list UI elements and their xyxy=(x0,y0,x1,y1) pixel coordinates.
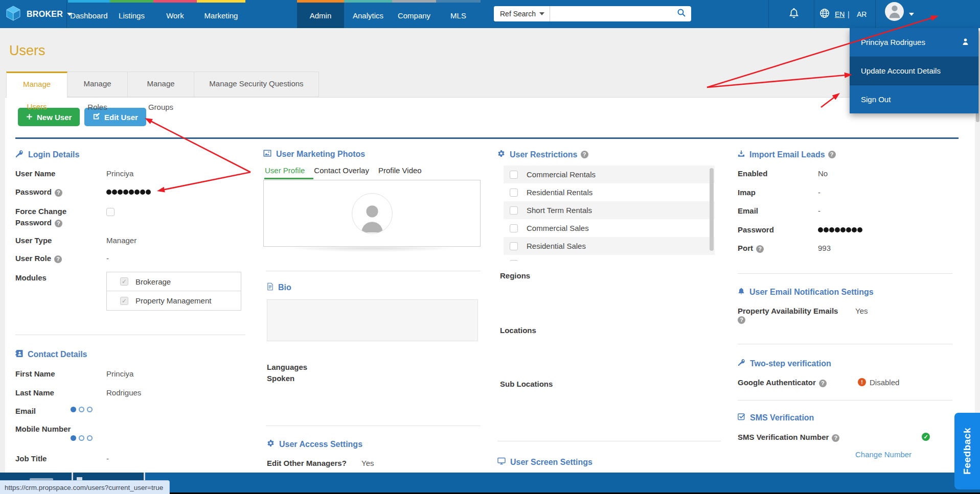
user-role-row: User Role - xyxy=(15,254,109,263)
brand-logo[interactable]: BROKER xyxy=(5,0,72,28)
checkbox[interactable] xyxy=(510,260,518,262)
toolbar-divider xyxy=(15,137,959,139)
help-icon[interactable] xyxy=(55,220,62,227)
nav-separator xyxy=(875,0,876,28)
help-icon[interactable] xyxy=(819,380,827,387)
nav-item-dashboard[interactable]: Dashboard xyxy=(68,0,110,28)
help-icon[interactable] xyxy=(832,434,839,442)
section-divider xyxy=(266,271,481,271)
password-mask xyxy=(106,187,151,197)
checkbox[interactable] xyxy=(510,224,518,232)
tab-manage-roles[interactable]: Manage Roles xyxy=(67,72,128,97)
locations-label: Locations xyxy=(500,326,536,335)
help-icon[interactable] xyxy=(828,151,836,158)
nav-separator xyxy=(814,0,814,28)
edit-other-managers-row: Edit Other Managers? Yes xyxy=(267,459,374,467)
help-icon[interactable] xyxy=(54,255,62,263)
nav-item-listings[interactable]: Listings xyxy=(110,0,153,28)
search-icon[interactable] xyxy=(677,8,686,19)
menu-item-update-account-details[interactable]: Update Account Details xyxy=(850,57,978,85)
regions-label: Regions xyxy=(500,271,530,280)
search-input[interactable] xyxy=(550,6,672,21)
restriction-option-cut[interactable] xyxy=(504,255,715,261)
page-title: Users xyxy=(9,43,45,59)
module-checkbox-checked[interactable] xyxy=(120,297,128,305)
ref-search-dropdown[interactable]: Ref Search xyxy=(494,6,550,21)
photo-tab-profile-video[interactable]: Profile Video xyxy=(378,166,422,175)
restriction-option[interactable]: Residential Sales xyxy=(504,237,715,255)
status-bar-url: https://crm.propspace.com/users?current_… xyxy=(0,480,170,494)
checkbox[interactable] xyxy=(510,171,518,179)
help-icon[interactable] xyxy=(55,189,62,197)
profile-photo-placeholder xyxy=(352,193,393,234)
ref-search: Ref Search xyxy=(494,6,691,21)
user-profile-photo-box[interactable] xyxy=(263,180,481,247)
tab-manage-security-questions[interactable]: Manage Security Questions xyxy=(194,72,319,97)
checkbox[interactable] xyxy=(510,189,518,197)
language-globe-button[interactable] xyxy=(819,0,830,28)
email-row: Email - xyxy=(738,206,821,215)
person-silhouette-icon xyxy=(887,4,902,21)
module-property-management: Property Management xyxy=(107,291,241,310)
ref-search-caret-icon xyxy=(539,12,544,15)
person-icon xyxy=(962,38,969,47)
sms-verification-heading: SMS Verification xyxy=(738,413,814,422)
nav-item-work[interactable]: Work xyxy=(153,0,197,28)
checkbox[interactable] xyxy=(510,242,518,250)
key-icon xyxy=(15,150,24,160)
login-details-heading: Login Details xyxy=(15,150,79,160)
force-change-password-checkbox[interactable] xyxy=(106,208,115,216)
globe-icon xyxy=(819,8,830,21)
menu-item-sign-out[interactable]: Sign Out xyxy=(850,85,978,113)
manage-tabs: Manage Users Manage Roles Manage Groups … xyxy=(6,72,319,98)
bell-icon xyxy=(738,287,745,297)
force-change-password-row: Force Change Password xyxy=(15,206,115,228)
loading-dots xyxy=(71,435,95,441)
photo-tab-contact-overlay[interactable]: Contact Overlay xyxy=(314,166,369,175)
sms-verification-number-row: SMS Verification Number ✓ xyxy=(738,433,930,442)
mobile-loading-row xyxy=(71,435,95,441)
account-caret-button[interactable] xyxy=(909,0,914,28)
notifications-bell-button[interactable] xyxy=(787,0,801,28)
restriction-option[interactable]: Commercial Rentals xyxy=(504,166,715,183)
user-access-settings-heading: User Access Settings xyxy=(267,439,362,449)
user-type-row: User Type Manager xyxy=(15,236,136,245)
gear-icon xyxy=(267,439,275,449)
menu-item-user-name[interactable]: Princiya Rodrigues xyxy=(850,28,978,57)
tab-manage-groups[interactable]: Manage Groups xyxy=(128,72,194,97)
brand-name: BROKER xyxy=(27,10,63,19)
verified-check-icon: ✓ xyxy=(922,433,930,441)
manage-users-panel: New User Edit User Login Details User Na… xyxy=(5,97,975,473)
nav-item-mls[interactable]: MLS xyxy=(436,0,481,28)
user-name-row: User Name Princiya xyxy=(15,169,133,178)
module-checkbox-checked[interactable] xyxy=(120,277,128,286)
help-icon[interactable] xyxy=(738,316,745,324)
bio-textbox xyxy=(267,299,478,341)
restriction-option[interactable]: Commercial Sales xyxy=(504,219,715,237)
list-scrollbar-thumb[interactable] xyxy=(710,168,714,251)
checkbox[interactable] xyxy=(510,206,518,215)
person-silhouette-icon xyxy=(356,201,389,233)
feedback-tab[interactable]: Feedback xyxy=(954,413,980,489)
tab-manage-users[interactable]: Manage Users xyxy=(6,72,67,98)
restriction-option[interactable]: Residential Rentals xyxy=(504,183,715,201)
nav-item-company[interactable]: Company xyxy=(392,0,436,28)
photo-tab-user-profile[interactable]: User Profile xyxy=(265,166,305,175)
user-screen-settings-heading: User Screen Settings xyxy=(497,457,592,467)
section-divider xyxy=(266,426,481,426)
lang-en[interactable]: EN xyxy=(835,0,845,28)
help-icon[interactable] xyxy=(756,245,764,253)
bell-icon xyxy=(787,7,801,22)
section-divider xyxy=(738,344,952,344)
last-name-row: Last Name Rodrigues xyxy=(15,388,141,397)
restriction-option[interactable]: Short Term Rentals xyxy=(504,201,715,219)
user-avatar[interactable] xyxy=(885,2,904,21)
help-icon[interactable] xyxy=(581,151,588,158)
nav-item-marketing[interactable]: Marketing xyxy=(197,0,245,28)
nav-item-analytics[interactable]: Analytics xyxy=(344,0,392,28)
change-number-link[interactable]: Change Number xyxy=(855,450,911,459)
top-navbar: BROKER Dashboard Listings Work Marketing… xyxy=(0,0,980,28)
nav-item-admin[interactable]: Admin xyxy=(297,0,344,28)
lang-ar[interactable]: AR xyxy=(857,0,867,28)
account-dropdown-menu: Princiya Rodrigues Update Account Detail… xyxy=(850,28,978,113)
